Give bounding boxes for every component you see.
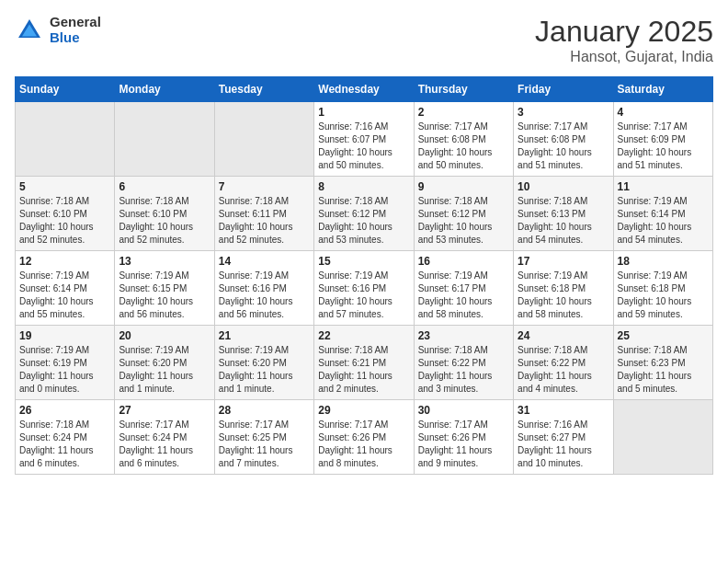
calendar-cell: 9Sunrise: 7:18 AM Sunset: 6:12 PM Daylig… (414, 177, 513, 251)
day-info: Sunrise: 7:18 AM Sunset: 6:21 PM Dayligh… (318, 344, 409, 396)
day-number: 8 (318, 180, 409, 193)
calendar-title: January 2025 (535, 15, 713, 49)
day-number: 20 (119, 329, 210, 342)
day-number: 24 (518, 329, 609, 342)
calendar-cell: 4Sunrise: 7:17 AM Sunset: 6:09 PM Daylig… (613, 102, 712, 177)
calendar-cell: 21Sunrise: 7:19 AM Sunset: 6:20 PM Dayli… (214, 326, 313, 400)
day-info: Sunrise: 7:19 AM Sunset: 6:15 PM Dayligh… (119, 270, 210, 321)
day-number: 26 (19, 404, 110, 417)
calendar-cell: 18Sunrise: 7:19 AM Sunset: 6:18 PM Dayli… (613, 251, 712, 326)
day-number: 7 (219, 180, 310, 193)
day-number: 4 (618, 106, 709, 119)
calendar-cell: 12Sunrise: 7:19 AM Sunset: 6:14 PM Dayli… (16, 251, 115, 326)
calendar-cell: 10Sunrise: 7:18 AM Sunset: 6:13 PM Dayli… (514, 177, 613, 251)
day-info: Sunrise: 7:18 AM Sunset: 6:12 PM Dayligh… (418, 195, 509, 247)
weekday-header: Monday (115, 77, 214, 102)
logo-general: General (50, 15, 101, 30)
day-number: 17 (518, 255, 609, 268)
day-info: Sunrise: 7:19 AM Sunset: 6:18 PM Dayligh… (518, 270, 609, 321)
calendar-cell (115, 102, 214, 177)
day-number: 13 (119, 255, 210, 268)
calendar-subtitle: Hansot, Gujarat, India (535, 49, 713, 65)
day-number: 30 (418, 404, 509, 417)
weekday-header: Saturday (613, 77, 712, 102)
day-number: 23 (418, 329, 509, 342)
calendar-cell (214, 102, 313, 177)
calendar-cell: 3Sunrise: 7:17 AM Sunset: 6:08 PM Daylig… (514, 102, 613, 177)
day-number: 22 (318, 329, 409, 342)
day-info: Sunrise: 7:18 AM Sunset: 6:24 PM Dayligh… (19, 419, 110, 470)
day-number: 28 (219, 404, 310, 417)
day-info: Sunrise: 7:17 AM Sunset: 6:08 PM Dayligh… (518, 121, 609, 172)
day-number: 11 (618, 180, 709, 193)
day-number: 16 (418, 255, 509, 268)
day-number: 1 (318, 106, 409, 119)
day-info: Sunrise: 7:18 AM Sunset: 6:10 PM Dayligh… (19, 195, 110, 247)
day-info: Sunrise: 7:18 AM Sunset: 6:23 PM Dayligh… (618, 344, 709, 396)
day-info: Sunrise: 7:17 AM Sunset: 6:25 PM Dayligh… (219, 419, 310, 470)
calendar-cell: 7Sunrise: 7:18 AM Sunset: 6:11 PM Daylig… (214, 177, 313, 251)
calendar-week-row: 19Sunrise: 7:19 AM Sunset: 6:19 PM Dayli… (16, 326, 713, 400)
day-info: Sunrise: 7:18 AM Sunset: 6:10 PM Dayligh… (119, 195, 210, 247)
calendar-cell: 5Sunrise: 7:18 AM Sunset: 6:10 PM Daylig… (16, 177, 115, 251)
calendar-cell: 15Sunrise: 7:19 AM Sunset: 6:16 PM Dayli… (314, 251, 414, 326)
day-number: 10 (518, 180, 609, 193)
calendar-cell: 19Sunrise: 7:19 AM Sunset: 6:19 PM Dayli… (16, 326, 115, 400)
calendar-week-row: 12Sunrise: 7:19 AM Sunset: 6:14 PM Dayli… (16, 251, 713, 326)
day-number: 27 (119, 404, 210, 417)
calendar-cell: 29Sunrise: 7:17 AM Sunset: 6:26 PM Dayli… (314, 400, 414, 475)
calendar-cell: 23Sunrise: 7:18 AM Sunset: 6:22 PM Dayli… (414, 326, 513, 400)
day-number: 29 (318, 404, 409, 417)
day-info: Sunrise: 7:19 AM Sunset: 6:19 PM Dayligh… (19, 344, 110, 396)
calendar-table: SundayMondayTuesdayWednesdayThursdayFrid… (15, 76, 713, 475)
day-number: 3 (518, 106, 609, 119)
day-number: 5 (19, 180, 110, 193)
calendar-cell: 27Sunrise: 7:17 AM Sunset: 6:24 PM Dayli… (115, 400, 214, 475)
calendar-body: 1Sunrise: 7:16 AM Sunset: 6:07 PM Daylig… (16, 102, 713, 475)
logo-icon (15, 16, 44, 45)
calendar-cell: 6Sunrise: 7:18 AM Sunset: 6:10 PM Daylig… (115, 177, 214, 251)
day-info: Sunrise: 7:18 AM Sunset: 6:12 PM Dayligh… (318, 195, 409, 247)
day-number: 31 (518, 404, 609, 417)
day-info: Sunrise: 7:19 AM Sunset: 6:18 PM Dayligh… (618, 270, 709, 321)
day-info: Sunrise: 7:17 AM Sunset: 6:08 PM Dayligh… (418, 121, 509, 172)
day-info: Sunrise: 7:17 AM Sunset: 6:09 PM Dayligh… (618, 121, 709, 172)
day-info: Sunrise: 7:17 AM Sunset: 6:26 PM Dayligh… (318, 419, 409, 470)
logo-blue: Blue (50, 30, 101, 46)
day-info: Sunrise: 7:17 AM Sunset: 6:26 PM Dayligh… (418, 419, 509, 470)
calendar-cell: 26Sunrise: 7:18 AM Sunset: 6:24 PM Dayli… (16, 400, 115, 475)
calendar-week-row: 26Sunrise: 7:18 AM Sunset: 6:24 PM Dayli… (16, 400, 713, 475)
day-number: 2 (418, 106, 509, 119)
day-number: 9 (418, 180, 509, 193)
day-number: 15 (318, 255, 409, 268)
day-info: Sunrise: 7:19 AM Sunset: 6:14 PM Dayligh… (19, 270, 110, 321)
day-info: Sunrise: 7:18 AM Sunset: 6:22 PM Dayligh… (418, 344, 509, 396)
calendar-week-row: 1Sunrise: 7:16 AM Sunset: 6:07 PM Daylig… (16, 102, 713, 177)
weekday-header: Wednesday (314, 77, 414, 102)
weekday-header: Tuesday (214, 77, 313, 102)
day-number: 19 (19, 329, 110, 342)
logo: General Blue (15, 15, 101, 45)
day-info: Sunrise: 7:16 AM Sunset: 6:07 PM Dayligh… (318, 121, 409, 172)
calendar-cell: 11Sunrise: 7:19 AM Sunset: 6:14 PM Dayli… (613, 177, 712, 251)
calendar-cell: 30Sunrise: 7:17 AM Sunset: 6:26 PM Dayli… (414, 400, 513, 475)
day-info: Sunrise: 7:18 AM Sunset: 6:22 PM Dayligh… (518, 344, 609, 396)
calendar-cell: 16Sunrise: 7:19 AM Sunset: 6:17 PM Dayli… (414, 251, 513, 326)
day-info: Sunrise: 7:19 AM Sunset: 6:16 PM Dayligh… (318, 270, 409, 321)
calendar-cell: 24Sunrise: 7:18 AM Sunset: 6:22 PM Dayli… (514, 326, 613, 400)
day-info: Sunrise: 7:19 AM Sunset: 6:16 PM Dayligh… (219, 270, 310, 321)
calendar-cell: 31Sunrise: 7:16 AM Sunset: 6:27 PM Dayli… (514, 400, 613, 475)
day-number: 12 (19, 255, 110, 268)
calendar-header: SundayMondayTuesdayWednesdayThursdayFrid… (16, 77, 713, 102)
calendar-cell: 8Sunrise: 7:18 AM Sunset: 6:12 PM Daylig… (314, 177, 414, 251)
day-number: 14 (219, 255, 310, 268)
day-info: Sunrise: 7:18 AM Sunset: 6:11 PM Dayligh… (219, 195, 310, 247)
weekday-header: Thursday (414, 77, 513, 102)
day-info: Sunrise: 7:18 AM Sunset: 6:13 PM Dayligh… (518, 195, 609, 247)
day-info: Sunrise: 7:19 AM Sunset: 6:20 PM Dayligh… (219, 344, 310, 396)
calendar-cell (16, 102, 115, 177)
day-info: Sunrise: 7:19 AM Sunset: 6:20 PM Dayligh… (119, 344, 210, 396)
calendar-cell: 2Sunrise: 7:17 AM Sunset: 6:08 PM Daylig… (414, 102, 513, 177)
calendar-cell: 20Sunrise: 7:19 AM Sunset: 6:20 PM Dayli… (115, 326, 214, 400)
calendar-cell: 1Sunrise: 7:16 AM Sunset: 6:07 PM Daylig… (314, 102, 414, 177)
